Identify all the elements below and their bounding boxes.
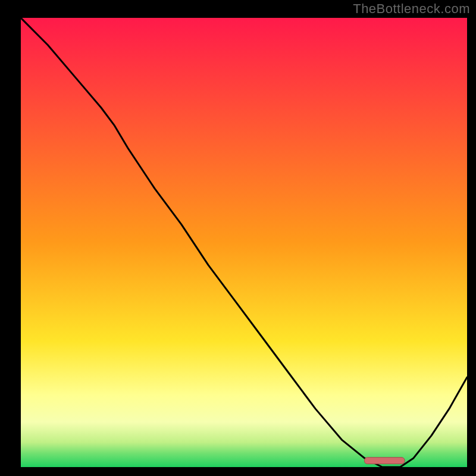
watermark-text: TheBottleneck.com [353,1,470,17]
plot-area [21,18,467,467]
gradient-rect [21,18,467,467]
chart-svg [21,18,467,467]
chart-frame: TheBottleneck.com [0,0,476,476]
optimal-marker [365,458,405,464]
